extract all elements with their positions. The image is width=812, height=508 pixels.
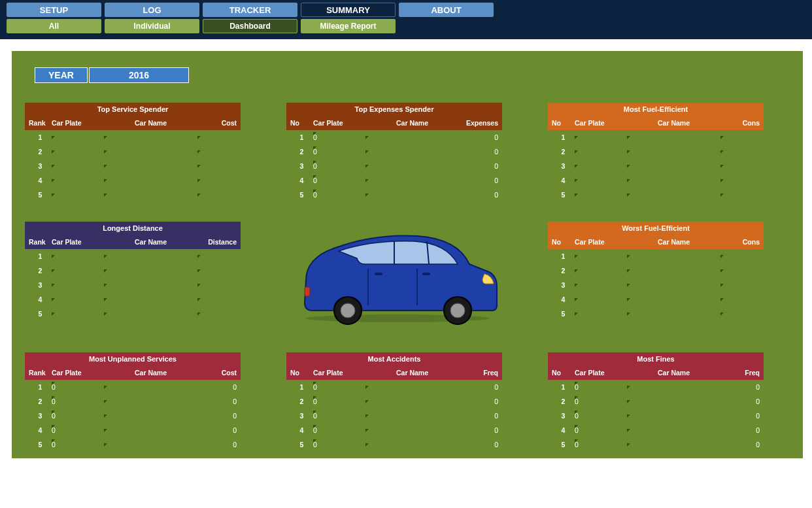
content: YEAR 2016 Top Service Spender Rank Car P… <box>0 39 812 458</box>
table-row: 300 <box>548 409 764 423</box>
table-row: 4 <box>548 173 764 188</box>
card-rows: 100200300400500 <box>548 380 764 452</box>
rank-cell: 4 <box>290 177 313 184</box>
card-fines: Most Fines No Car Plate Car Name Freq 10… <box>548 352 764 452</box>
column-headers: Rank Car Plate Car Name Distance <box>25 235 241 249</box>
tab-about[interactable]: ABOUT <box>399 3 494 17</box>
rank-cell: 1 <box>290 383 313 391</box>
table-row: 4 <box>25 292 241 307</box>
value-cell: 0 <box>459 412 498 420</box>
value-cell: 0 <box>197 398 237 405</box>
table-row: 500 <box>286 188 502 202</box>
value-cell: 0 <box>459 148 498 156</box>
plate-cell: 0 <box>313 412 365 420</box>
value-cell: 0 <box>197 441 237 449</box>
tab-summary[interactable]: SUMMARY <box>301 3 396 17</box>
card-rows: 12345 <box>548 249 764 321</box>
rank-cell: 1 <box>29 133 52 141</box>
svg-point-8 <box>450 303 465 318</box>
tab-log[interactable]: LOG <box>105 3 199 17</box>
table-row: 400 <box>25 423 241 437</box>
table-row: 5 <box>25 188 241 202</box>
car-illustration <box>286 222 502 333</box>
value-cell: 0 <box>197 412 237 420</box>
svg-rect-9 <box>305 287 310 296</box>
column-headers: No Car Plate Car Name Cons <box>548 116 764 130</box>
svg-rect-4 <box>422 273 430 275</box>
card-worst-fuel: Worst Fuel-Efficient No Car Plate Car Na… <box>548 222 764 333</box>
rank-cell: 3 <box>29 281 52 289</box>
rank-cell: 1 <box>29 383 52 391</box>
table-row: 5 <box>25 307 241 321</box>
value-cell: 0 <box>720 412 760 420</box>
table-row: 400 <box>286 173 502 188</box>
subtab-individual[interactable]: Individual <box>105 19 199 33</box>
rank-cell: 5 <box>552 310 575 318</box>
plate-cell: 0 <box>313 133 365 141</box>
rank-cell: 2 <box>552 398 575 405</box>
value-cell: 0 <box>720 441 760 449</box>
table-row: 100 <box>286 130 502 144</box>
plate-cell: 0 <box>313 148 365 156</box>
subtab-mileage[interactable]: Mileage Report <box>301 19 396 33</box>
rank-cell: 1 <box>552 133 575 141</box>
subtab-all[interactable]: All <box>7 19 101 33</box>
plate-cell: 0 <box>575 441 627 449</box>
card-rows: 12345 <box>548 130 764 202</box>
table-row: 1 <box>25 249 241 263</box>
card-title: Most Accidents <box>286 352 502 365</box>
plate-cell: 0 <box>52 426 104 434</box>
rank-cell: 4 <box>29 296 52 303</box>
main-tabs: SETUP LOG TRACKER SUMMARY ABOUT <box>7 3 805 17</box>
table-row: 3 <box>548 278 764 292</box>
rank-cell: 4 <box>552 426 575 434</box>
card-rows: 100200300400500 <box>25 380 241 452</box>
rank-cell: 3 <box>29 412 52 420</box>
column-headers: No Car Plate Car Name Cons <box>548 235 764 249</box>
rank-cell: 2 <box>552 148 575 156</box>
year-value[interactable]: 2016 <box>89 67 189 83</box>
tab-setup[interactable]: SETUP <box>7 3 101 17</box>
value-cell: 0 <box>459 426 498 434</box>
table-row: 1 <box>548 249 764 263</box>
rank-cell: 5 <box>552 191 575 199</box>
rank-cell: 3 <box>29 162 52 170</box>
plate-cell: 0 <box>313 383 365 391</box>
table-row: 1 <box>25 130 241 144</box>
table-row: 300 <box>286 159 502 173</box>
svg-point-6 <box>341 303 355 318</box>
subtab-dashboard[interactable]: Dashboard <box>203 19 297 33</box>
plate-cell: 0 <box>575 398 627 405</box>
svg-rect-3 <box>375 273 382 275</box>
plate-cell: 0 <box>313 426 365 434</box>
card-expenses: Top Expenses Spender No Car Plate Car Na… <box>286 103 502 202</box>
value-cell: 0 <box>459 441 498 449</box>
table-row: 5 <box>548 188 764 202</box>
table-row: 5 <box>548 307 764 321</box>
card-title: Most Unplanned Services <box>25 352 241 365</box>
tab-tracker[interactable]: TRACKER <box>203 3 297 17</box>
table-row: 200 <box>25 394 241 409</box>
card-distance: Longest Distance Rank Car Plate Car Name… <box>25 222 241 333</box>
rank-cell: 3 <box>552 162 575 170</box>
rank-cell: 2 <box>29 398 52 405</box>
rank-cell: 5 <box>290 441 313 449</box>
plate-cell: 0 <box>313 162 365 170</box>
value-cell: 0 <box>197 426 237 434</box>
rank-cell: 1 <box>552 383 575 391</box>
card-title: Most Fines <box>548 352 764 365</box>
card-rows: 12345 <box>25 130 241 202</box>
plate-cell: 0 <box>313 441 365 449</box>
value-cell: 0 <box>459 383 498 391</box>
table-row: 100 <box>286 380 502 394</box>
table-row: 200 <box>286 394 502 409</box>
table-row: 200 <box>548 394 764 409</box>
car-icon <box>286 222 502 333</box>
table-row: 1 <box>548 130 764 144</box>
value-cell: 0 <box>197 383 237 391</box>
column-headers: Rank Car Plate Car Name Cost <box>25 365 241 380</box>
value-cell: 0 <box>720 426 760 434</box>
rank-cell: 2 <box>29 148 52 156</box>
table-row: 300 <box>25 409 241 423</box>
rank-cell: 2 <box>290 148 313 156</box>
